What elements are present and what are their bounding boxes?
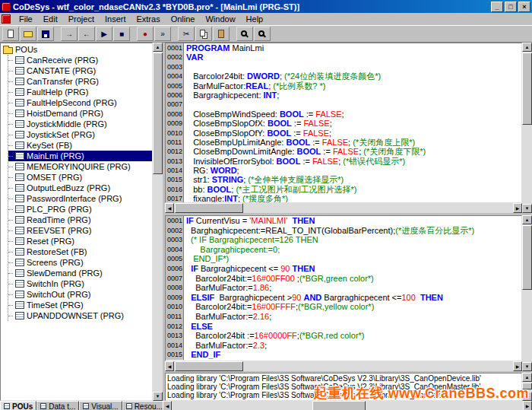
pou-item[interactable]: FaultHelpSecond (PRG) [8,97,152,108]
pou-item[interactable]: CANSTATE (PRG) [8,65,152,76]
code-line[interactable]: 0017 fixangle:INT; (*摆度多角*) [166,194,521,203]
scroll-up-button[interactable]: ▲ [522,373,532,382]
pou-item[interactable]: PLC_PRG (PRG) [8,204,152,215]
scroll-thumb[interactable] [522,52,532,125]
pou-item[interactable]: OutputLedBuzz (PRG) [8,183,152,193]
minimize-button[interactable]: _ [491,2,503,12]
scroll-left-button[interactable]: ◀ [163,401,172,410]
code-line[interactable]: 0016 bb: BOOL; (*主工况图片和副工况图片选择*) [166,185,521,194]
pou-item[interactable]: OMSET (PRG) [8,172,152,183]
find-button[interactable] [236,27,253,41]
menu-help[interactable]: Help [241,14,269,24]
code-line[interactable]: 0009 CloseBmpSlopOfX: BOOL := FALSE; [166,119,521,128]
pou-item[interactable]: CanTransfer (PRG) [8,76,152,87]
tab-visual[interactable]: Visual... [79,401,122,410]
scroll-thumb[interactable] [175,361,243,371]
declaration-vscrollbar[interactable]: ▲▼ [522,43,532,213]
code-line[interactable]: 0002VAR [166,52,521,62]
open-button[interactable] [20,27,36,41]
tab-resou[interactable]: Resou... [122,401,166,410]
pou-item[interactable]: FaultHelp (PRG) [8,87,152,97]
code-line[interactable]: 0003 [166,62,521,72]
scroll-down-button[interactable]: ▼ [522,362,532,371]
code-line[interactable]: 0010 Barcolor24bit:=16#00FFFF;(*BGR,yell… [166,302,521,312]
menu-online[interactable]: Online [166,14,201,24]
scroll-track[interactable] [522,224,532,362]
tab-pous[interactable]: POUs [0,401,36,410]
code-line[interactable]: 0010 CloseBmpSlopOfY: BOOL := FALSE; [166,129,521,138]
project-icon[interactable] [2,14,11,24]
code-line[interactable]: 0015 str1: STRING; (*全伸半伸支腿选择显示*) [166,175,521,184]
scroll-track[interactable] [153,52,163,392]
log-line[interactable]: Loading library 'C:\Program Files\3S Sof… [167,374,520,383]
code-line[interactable]: 0004 Bargraghicpecent:=0; [166,245,521,255]
code-line[interactable]: 0004 Barcolor24bit: DWORD; (*24位的装填进度条颜色… [166,72,521,81]
stop-button[interactable]: ■ [113,27,130,41]
code-line[interactable]: 0007 [166,100,521,109]
declaration-editor[interactable]: 0001PROGRAM MainLmi0002VAR00030004 Barco… [165,43,522,203]
pou-root[interactable]: POUs [1,44,152,55]
close-button[interactable]: × [518,2,530,12]
code-line[interactable]: 0003 (* IF Bargraghicpecent=126 THEN [166,235,521,245]
pou-item[interactable]: KeySet (FB) [8,140,152,151]
scroll-down-button[interactable]: ▼ [522,204,532,213]
code-line[interactable]: 0012 ELSE [166,322,521,332]
logout-button[interactable]: ← [78,27,95,41]
step-over-button[interactable]: » [154,27,171,41]
scroll-thumb[interactable] [153,52,163,174]
code-line[interactable]: 0012 CloseBmpDownLimitAngle: BOOL := FAL… [166,147,521,156]
global-find-button[interactable] [254,27,271,41]
code-line[interactable]: 0005 END_IF*) [166,254,521,264]
scroll-left-button[interactable]: ◀ [165,203,174,213]
menu-project[interactable]: Project [63,14,100,24]
scroll-track[interactable] [174,361,513,371]
scroll-up-button[interactable]: ▲ [522,43,532,52]
pou-item[interactable]: PasswordInterface (PRG) [8,193,152,204]
pou-item[interactable]: MainLmi (PRG) [8,151,152,161]
maximize-button[interactable]: □ [505,2,517,12]
code-editor[interactable]: 0001IF CurrentVisu = 'MAINLMI' THEN0002 … [165,215,522,361]
menu-extras[interactable]: Extras [131,14,165,24]
menu-insert[interactable]: Insert [100,14,131,24]
menu-window[interactable]: Window [200,14,240,24]
scroll-track[interactable] [174,203,513,213]
pou-item[interactable]: ReadTime (PRG) [8,215,152,225]
tab-datat[interactable]: Data t... [36,401,79,410]
scroll-track[interactable] [522,52,532,204]
code-line[interactable]: 0005 BarMulFactor:REAL; (*比例系数? *) [166,81,521,91]
scroll-right-button[interactable]: ▶ [513,361,522,371]
login-button[interactable]: → [61,27,78,41]
run-button[interactable]: ▶ [96,27,112,41]
pou-item[interactable]: Screens (PRG) [8,257,152,268]
pou-item[interactable]: MEMEORYINQUIRE (PRG) [8,161,152,172]
code-line[interactable]: 0011 BarMulFactor:=2.16; [166,312,521,322]
code-line[interactable]: 0013 Barcolor24bit :=16#0000FF;(*BGR,red… [166,331,521,341]
scroll-up-button[interactable]: ▲ [153,43,163,52]
code-line[interactable]: 0011 CloseBmpUpLimitAngle: BOOL := FALSE… [166,138,521,147]
menu-edit[interactable]: Edit [38,14,63,24]
menu-file[interactable]: File [14,14,38,24]
scroll-up-button[interactable]: ▲ [522,215,532,224]
code-line[interactable]: 0006 Bargraghicpecent: INT; [166,91,521,100]
scroll-right-button[interactable]: ▶ [513,203,522,213]
code-line[interactable]: 0006 IF Bargraghicpecent <= 90 THEN [166,264,521,274]
title-bar[interactable]: CoDeSys - wtf_color_ndaseCANtv2.3 *BYD0B… [0,0,532,13]
code-line[interactable]: 0013 InvisibleOfErrorSybol: BOOL := FALS… [166,157,521,166]
pou-item[interactable]: SlewDemand (PRG) [8,268,152,278]
new-button[interactable] [2,27,19,41]
scroll-thumb[interactable] [522,225,532,290]
scroll-thumb[interactable] [175,203,243,213]
toggle-breakpoint-button[interactable]: ● [137,27,154,41]
cut-button[interactable]: ✂ [178,27,195,41]
declaration-hscrollbar[interactable]: ◀▶ [165,203,522,213]
pou-item[interactable]: SwitchIn (PRG) [8,278,152,289]
save-button[interactable] [37,27,54,41]
paste-button[interactable] [213,27,230,41]
pou-item[interactable]: UPANDDOWNSET (PRG) [8,310,152,321]
pou-tree-scrollbar[interactable]: ▲▼ [153,43,163,401]
pou-item[interactable]: HoistDemand (PRG) [8,108,152,119]
code-hscrollbar[interactable]: ◀▶ [165,361,522,371]
code-line[interactable]: 0001PROGRAM MainLmi [166,43,521,52]
code-line[interactable]: 0002 Barghaghicpecent:=REAL_TO_INT(Globa… [166,226,521,236]
code-line[interactable]: 0001IF CurrentVisu = 'MAINLMI' THEN [166,216,521,226]
